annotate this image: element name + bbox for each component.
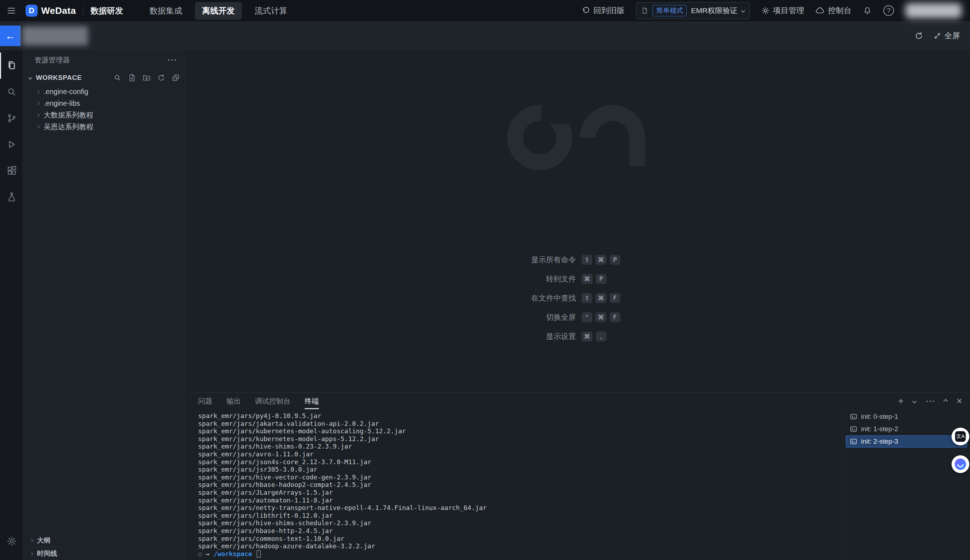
refresh-icon[interactable] [914,31,923,40]
hamburger-menu-icon[interactable] [7,6,16,16]
hint-keys: ⌘ , [581,332,731,342]
more-actions-icon[interactable]: ⋯ [167,55,177,65]
close-icon[interactable]: × [957,397,962,406]
chevron-down-icon[interactable] [912,399,917,403]
toolbar-right: 全屏 [914,30,960,41]
chevron-up-icon[interactable] [943,399,948,403]
hint-row-go-to-file: 转到文件 ⌘ P [427,274,731,284]
bell-icon[interactable] [863,6,872,15]
terminal-line: spark_emr/jars/hive-vector-code-gen-2.3.… [198,473,838,481]
play-debug-icon [7,139,17,150]
prompt-status-circle: ○ [198,550,202,558]
editor-empty-state: 显示所有命令 ⇧ ⌘ P 转到文件 ⌘ P [187,50,970,392]
keycap: ⌘ [595,293,606,303]
tab-terminal[interactable]: 终端 [305,393,319,409]
wedata-logo[interactable]: D WeData [25,5,76,17]
nav-item-offline-dev[interactable]: 离线开发 [195,2,242,20]
nav-item-stream-compute[interactable]: 流式计算 [247,2,294,20]
tree-item-engine-libs[interactable]: .engine-libs [22,98,187,109]
fullscreen-button[interactable]: 全屏 [933,30,960,41]
keycap: , [596,332,606,342]
search-icon [7,87,17,97]
translate-fab[interactable]: 文A [952,428,969,445]
divider [83,6,83,15]
new-folder-icon[interactable] [142,73,151,82]
back-to-old-version-button[interactable]: 回到旧版 [581,5,624,16]
new-terminal-icon[interactable]: + [898,397,903,406]
terminal-instance-label: init: 0-step-1 [861,413,898,420]
workspace-section-label: WORKSPACE [36,74,82,82]
activity-testing[interactable] [0,184,22,210]
tree-item-andrewng-tutorials[interactable]: 吴恩达系列教程 [22,121,187,133]
workspace-actions [113,73,180,82]
tree-item-engine-config[interactable]: .engine-config [22,86,187,98]
outline-section-header[interactable]: 大纲 [22,534,187,547]
terminal-line: spark_emr/jars/kubernetes-model-apps-5.1… [198,435,838,443]
terminal-line: spark_emr/jars/automaton-1.11-8.jar [198,497,838,504]
ide-workspace: 资源管理器 ⋯ WORKSPACE [0,50,970,560]
activity-source-control[interactable] [0,105,22,131]
redacted-username[interactable] [905,3,962,18]
tab-output[interactable]: 输出 [227,393,241,409]
assistant-fab[interactable] [952,455,969,473]
terminal-instance-0[interactable]: init: 0-step-1 [846,411,967,423]
fullscreen-label: 全屏 [945,30,960,41]
hint-label: 转到文件 [427,274,576,284]
editor-main-area: 显示所有命令 ⇧ ⌘ P 转到文件 ⌘ P [187,50,970,560]
undo-icon [581,7,590,15]
hint-row-show-settings: 显示设置 ⌘ , [427,332,731,342]
terminal-line: spark_emr/jars/hive-shims-0.23-2.3.9.jar [198,443,838,450]
tree-item-label: 吴恩达系列教程 [44,122,93,132]
tree-item-label: 大数据系列教程 [44,110,93,120]
terminal-instance-1[interactable]: init: 1-step-2 [846,423,967,435]
activity-extensions[interactable] [0,158,22,184]
wedata-logo-icon: D [25,5,38,17]
terminal-line: spark_emr/jars/jakarta.validation-api-2.… [198,420,838,428]
emr-mode-dropdown[interactable]: 简单模式 EMR权限验证 [636,2,750,19]
collapse-all-icon[interactable] [172,73,180,82]
search-icon[interactable] [113,73,122,82]
project-management-button[interactable]: 项目管理 [761,5,804,16]
refresh-icon[interactable] [157,73,165,82]
timeline-section-header[interactable]: 时间线 [22,547,187,560]
terminal-output[interactable]: spark_emr/jars/py4j-0.10.9.5.jar spark_e… [187,409,842,560]
terminal-instance-2[interactable]: init: 2-step-3 [846,435,967,448]
hint-keys: ⇧ ⌘ F [581,293,731,303]
activity-search[interactable] [0,79,22,105]
terminal-line: spark_emr/jars/jsr305-3.0.0.jar [198,466,838,473]
terminal-line: spark_emr/jars/hadoop-azure-datalake-3.2… [198,542,838,550]
workspace-section-header[interactable]: WORKSPACE [22,70,187,86]
keyboard-shortcut-hints: 显示所有命令 ⇧ ⌘ P 转到文件 ⌘ P [427,255,731,342]
hint-label: 切换全屏 [427,312,576,322]
tab-problems[interactable]: 问题 [198,393,212,409]
terminal-instance-list: init: 0-step-1 init: 1-step-2 [842,409,970,560]
hint-label: 显示所有命令 [427,255,576,265]
console-button[interactable]: 控制台 [816,5,851,16]
keycap: ⌘ [595,255,606,265]
project-management-label: 项目管理 [773,5,804,16]
nav-item-data-integration[interactable]: 数据集成 [142,2,189,20]
activity-explorer[interactable] [0,53,22,79]
emr-dropdown-label: EMR权限验证 [691,6,738,16]
more-actions-icon[interactable]: ⋯ [925,397,935,406]
assistant-icon [955,458,966,470]
hint-row-find-in-files: 在文件中查找 ⇧ ⌘ F [427,293,731,303]
cloud-studio-watermark-logo [499,90,659,182]
chevron-right-icon [36,90,40,94]
new-file-icon[interactable] [128,73,136,82]
file-tree: .engine-config .engine-libs 大数据系列教程 吴恩达系… [22,86,187,133]
chevron-right-icon [30,552,33,555]
tree-item-bigdata-tutorials[interactable]: 大数据系列教程 [22,109,187,121]
terminal-prompt[interactable]: ○→/workspace [198,550,838,558]
hint-keys: ⌘ P [581,274,731,284]
activity-run-debug[interactable] [0,131,22,158]
chevron-right-icon [36,125,40,129]
terminal-line: spark_emr/jars/kubernetes-model-autoscal… [198,427,838,435]
expand-icon [933,32,941,40]
terminal-line: spark_emr/jars/hbase-http-2.4.5.jar [198,527,838,535]
console-label: 控制台 [828,5,851,16]
back-button[interactable]: ← [0,25,21,46]
activity-settings[interactable] [0,528,22,554]
tab-debug-console[interactable]: 调试控制台 [255,393,290,409]
help-icon[interactable]: ? [883,5,894,16]
